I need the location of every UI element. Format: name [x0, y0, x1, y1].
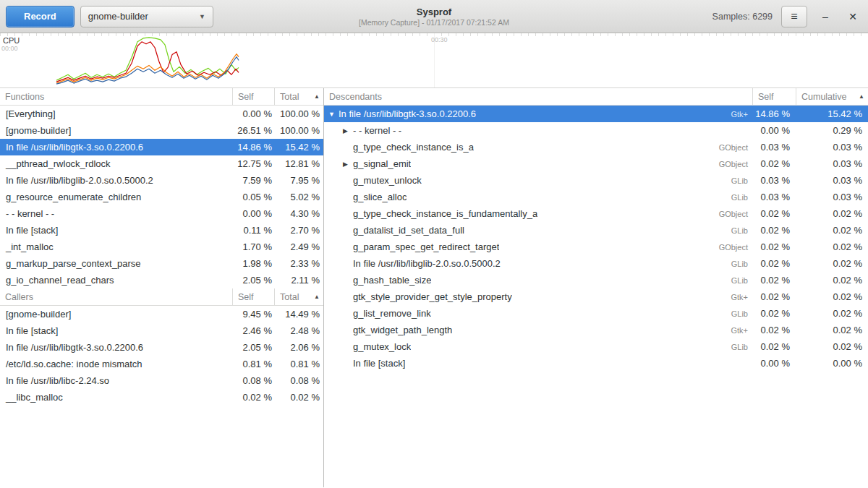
table-row[interactable]: - - kernel - -0.00 %4.30 %: [0, 205, 323, 222]
category-label: Gtk+: [723, 293, 752, 301]
sort-indicator-icon: ▲: [314, 294, 320, 300]
function-name: gtk_widget_path_length: [353, 325, 452, 335]
self-percent: 1.98 %: [232, 258, 274, 269]
cumulative-percent: 0.02 %: [796, 225, 868, 236]
total-percent: 100.00 %: [274, 108, 323, 119]
expander-expanded-icon[interactable]: ▼: [328, 111, 339, 118]
cumulative-percent: 0.02 %: [796, 325, 868, 335]
table-row[interactable]: ▶g_signal_emitGObject0.02 %0.03 %: [324, 155, 868, 172]
category-label: GObject: [712, 243, 752, 252]
table-row[interactable]: In file /usr/lib/libc-2.24.so0.08 %0.08 …: [0, 372, 323, 389]
table-row[interactable]: gtk_style_provider_get_style_propertyGtk…: [324, 288, 868, 305]
category-label: GLib: [724, 260, 752, 268]
sort-indicator-icon: ▲: [314, 93, 320, 100]
callers-total-column-header[interactable]: Total ▲: [274, 288, 323, 305]
cumulative-percent: 0.02 %: [796, 275, 868, 286]
table-row[interactable]: In file /usr/lib/libglib-2.0.so.0.5000.2…: [0, 172, 323, 189]
close-button[interactable]: ✕: [843, 7, 862, 26]
record-button[interactable]: Record: [6, 6, 75, 27]
function-name: - - kernel - -: [0, 208, 232, 219]
table-row[interactable]: g_hash_table_sizeGLib0.02 %0.02 %: [324, 272, 868, 288]
functions-total-column-header[interactable]: Total ▲: [274, 88, 323, 105]
minimize-button[interactable]: –: [816, 7, 835, 26]
table-row[interactable]: g_resource_enumerate_children0.05 %5.02 …: [0, 189, 323, 205]
function-name: g_type_check_instance_is_a: [353, 142, 474, 153]
self-percent: 0.02 %: [752, 241, 796, 252]
function-name: In file /usr/lib/libgtk-3.so.0.2200.6: [0, 342, 232, 353]
table-row[interactable]: gtk_widget_path_lengthGtk+0.02 %0.02 %: [324, 322, 868, 338]
function-name: In file [stack]: [0, 225, 232, 236]
table-row[interactable]: ▶- - kernel - -0.00 %0.29 %: [324, 122, 868, 139]
table-row[interactable]: g_list_remove_linkGLib0.02 %0.02 %: [324, 305, 868, 322]
total-percent: 15.42 %: [274, 142, 323, 153]
left-pane: Functions Self Total ▲ [Everything]0.00 …: [0, 88, 324, 487]
self-percent: 0.11 %: [232, 225, 274, 236]
self-percent: 0.02 %: [752, 208, 796, 219]
table-row[interactable]: [Everything]0.00 %100.00 %: [0, 106, 323, 122]
table-row[interactable]: _int_malloc1.70 %2.49 %: [0, 239, 323, 255]
self-percent: 0.02 %: [752, 308, 796, 319]
table-row[interactable]: g_type_check_instance_is_fundamentally_a…: [324, 205, 868, 222]
cumulative-percent: 0.02 %: [796, 341, 868, 352]
table-row[interactable]: ▼In file /usr/lib/libgtk-3.so.0.2200.6Gt…: [324, 106, 868, 122]
cpu-graph-area[interactable]: CPU 00:00 00:30: [0, 33, 868, 88]
descendants-column-header[interactable]: Descendants: [324, 88, 752, 105]
table-row[interactable]: [gnome-builder]9.45 %14.49 %: [0, 306, 323, 322]
function-name: __libc_malloc: [0, 392, 232, 403]
process-selector-dropdown[interactable]: gnome-builder ▼: [80, 6, 213, 27]
functions-self-column-header[interactable]: Self: [232, 88, 274, 105]
table-row[interactable]: /etc/ld.so.cache: inode mismatch0.81 %0.…: [0, 356, 323, 372]
self-percent: 0.02 %: [752, 258, 796, 269]
table-row[interactable]: [gnome-builder]26.51 %100.00 %: [0, 122, 323, 139]
table-row[interactable]: g_mutex_unlockGLib0.03 %0.03 %: [324, 172, 868, 189]
cumulative-percent: 0.02 %: [796, 291, 868, 302]
function-name: In file /usr/lib/libc-2.24.so: [0, 375, 232, 386]
expander-collapsed-icon[interactable]: ▶: [343, 127, 353, 134]
right-pane: Descendants Self Cumulative ▲ ▼In file /…: [324, 88, 868, 487]
table-row[interactable]: In file /usr/lib/libgtk-3.so.0.2200.614.…: [0, 139, 323, 155]
category-label: GLib: [724, 309, 752, 318]
self-percent: 0.03 %: [752, 192, 796, 202]
category-label: GLib: [724, 276, 752, 285]
function-name: g_markup_parse_context_parse: [0, 258, 232, 269]
table-row[interactable]: In file /usr/lib/libgtk-3.so.0.2200.62.0…: [0, 339, 323, 356]
category-label: GLib: [724, 176, 752, 185]
table-row[interactable]: g_io_channel_read_chars2.05 %2.11 %: [0, 272, 323, 288]
expander-collapsed-icon[interactable]: ▶: [343, 160, 353, 168]
total-percent: 12.81 %: [274, 158, 323, 169]
callers-column-header[interactable]: Callers: [0, 288, 232, 305]
total-percent: 2.70 %: [274, 225, 323, 236]
function-name: _int_malloc: [0, 241, 232, 252]
table-row[interactable]: In file /usr/lib/libglib-2.0.so.0.5000.2…: [324, 255, 868, 272]
table-row[interactable]: __libc_malloc0.02 %0.02 %: [0, 389, 323, 406]
functions-table-header: Functions Self Total ▲: [0, 88, 323, 106]
table-row[interactable]: __pthread_rwlock_rdlock12.75 %12.81 %: [0, 155, 323, 172]
category-label: Gtk+: [723, 110, 752, 119]
table-row[interactable]: g_datalist_id_set_data_fullGLib0.02 %0.0…: [324, 222, 868, 239]
functions-total-column-label: Total: [280, 92, 299, 102]
table-row[interactable]: In file [stack]0.11 %2.70 %: [0, 222, 323, 239]
menu-button[interactable]: ≡: [781, 6, 807, 27]
table-row[interactable]: g_type_check_instance_is_aGObject0.03 %0…: [324, 139, 868, 155]
total-percent: 5.02 %: [274, 192, 323, 202]
descendants-cumulative-column-header[interactable]: Cumulative ▲: [796, 88, 868, 105]
table-row[interactable]: g_param_spec_get_redirect_targetGObject0…: [324, 239, 868, 255]
table-row[interactable]: In file [stack]0.00 %0.00 %: [324, 355, 868, 372]
total-percent: 4.30 %: [274, 208, 323, 219]
category-label: GObject: [712, 210, 752, 218]
function-name: g_io_channel_read_chars: [0, 275, 232, 286]
table-row[interactable]: In file [stack]2.46 %2.48 %: [0, 322, 323, 339]
chevron-down-icon: ▼: [199, 13, 205, 20]
table-row[interactable]: g_mutex_lockGLib0.02 %0.02 %: [324, 338, 868, 355]
functions-column-header[interactable]: Functions: [0, 88, 232, 105]
total-percent: 2.49 %: [274, 241, 323, 252]
function-name: __pthread_rwlock_rdlock: [0, 158, 232, 169]
descendants-self-column-header[interactable]: Self: [752, 88, 796, 105]
callers-self-column-header[interactable]: Self: [232, 288, 274, 305]
self-percent: 0.02 %: [752, 225, 796, 236]
total-percent: 100.00 %: [274, 125, 323, 136]
function-name: g_mutex_unlock: [353, 175, 422, 186]
table-row[interactable]: g_slice_allocGLib0.03 %0.03 %: [324, 189, 868, 205]
total-percent: 0.08 %: [274, 375, 323, 386]
table-row[interactable]: g_markup_parse_context_parse1.98 %2.33 %: [0, 255, 323, 272]
